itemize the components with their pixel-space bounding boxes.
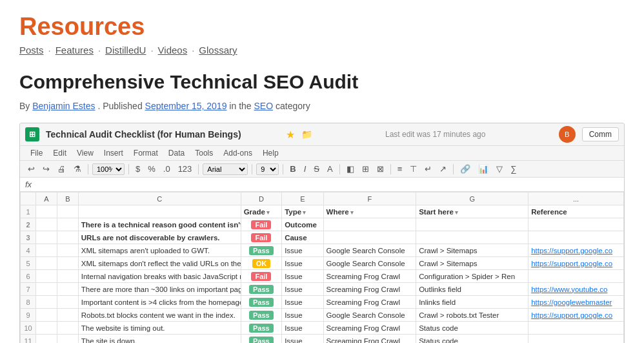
decimal-button[interactable]: .0 — [161, 163, 173, 175]
cell-start-here[interactable] — [416, 231, 528, 244]
cell-start-here[interactable]: Crawl > Sitemaps — [416, 244, 528, 257]
cell-grade[interactable]: Pass — [241, 335, 282, 344]
cell-a[interactable] — [36, 244, 57, 257]
cell-type[interactable]: Issue — [282, 283, 323, 296]
menu-edit[interactable]: Edit — [48, 147, 72, 159]
cell-c[interactable]: There are more than ~300 links on import… — [78, 283, 241, 296]
cell-grade[interactable]: Pass — [241, 244, 282, 257]
cell-c[interactable]: The site is down. — [78, 335, 241, 344]
cell-a[interactable] — [36, 270, 57, 283]
cell-c[interactable]: URLs are not discoverable by crawlers. — [78, 231, 241, 244]
cell-start-here[interactable]: Configuration > Spider > Ren — [416, 270, 528, 283]
date-link[interactable]: September 15, 2019 — [145, 101, 227, 111]
cell-a[interactable] — [36, 296, 57, 309]
align-left-button[interactable]: ≡ — [395, 163, 405, 175]
merge-button[interactable]: ⊠ — [374, 163, 387, 175]
cell-grade[interactable]: Pass — [241, 283, 282, 296]
cell-where[interactable]: Screaming Frog Crawl — [323, 335, 416, 344]
cell-start-here[interactable]: Status code — [416, 335, 528, 344]
link-button[interactable]: 🔗 — [458, 163, 473, 175]
menu-insert[interactable]: Insert — [99, 147, 128, 159]
currency-button[interactable]: $ — [133, 163, 143, 175]
cell-b[interactable] — [57, 218, 78, 231]
font-select[interactable]: Arial — [203, 163, 248, 175]
wrap-button[interactable]: ↵ — [422, 163, 434, 175]
percent-button[interactable]: % — [145, 163, 158, 175]
reference-link[interactable]: https://www.youtube.co — [531, 286, 607, 293]
cell-start-here[interactable]: Crawl > Sitemaps — [416, 257, 528, 270]
cell-a[interactable] — [36, 309, 57, 322]
cell-grade[interactable]: OK — [241, 257, 282, 270]
cell-start-here[interactable]: Inlinks field — [416, 296, 528, 309]
cell-reference[interactable]: https://www.youtube.co — [528, 283, 624, 296]
cell-where[interactable] — [323, 218, 416, 231]
cell-b[interactable] — [57, 205, 78, 218]
cell-a[interactable] — [36, 205, 57, 218]
col-header-cell-start here[interactable]: Start here▾ — [416, 205, 528, 218]
col-c-header[interactable]: C — [78, 192, 241, 205]
cell-start-here[interactable]: Outlinks field — [416, 283, 528, 296]
cell-grade[interactable]: Pass — [241, 296, 282, 309]
menu-data[interactable]: Data — [163, 147, 190, 159]
font-size-select[interactable]: 9 — [256, 163, 279, 175]
menu-view[interactable]: View — [72, 147, 99, 159]
category-link[interactable]: SEO — [254, 101, 273, 111]
rotate-button[interactable]: ↗ — [437, 163, 449, 175]
cell-reference[interactable] — [528, 218, 624, 231]
cell-type[interactable]: Issue — [282, 322, 323, 335]
redo-button[interactable]: ↪ — [40, 163, 52, 175]
cell-where[interactable]: Screaming Frog Crawl — [323, 270, 416, 283]
nav-glossary[interactable]: Glossary — [199, 45, 237, 56]
cell-b[interactable] — [57, 270, 78, 283]
cell-b[interactable] — [57, 296, 78, 309]
cell-c[interactable]: Internal navigation breaks with basic Ja… — [78, 270, 241, 283]
col-f-header[interactable]: F — [323, 192, 416, 205]
comment-button[interactable]: Comm — [582, 127, 619, 141]
cell-b[interactable] — [57, 244, 78, 257]
cell-type[interactable]: Issue — [282, 296, 323, 309]
cell-where[interactable]: Screaming Frog Crawl — [323, 296, 416, 309]
cell-type[interactable]: Cause — [282, 231, 323, 244]
reference-link[interactable]: https://googlewebmaster — [531, 298, 612, 306]
cell-reference[interactable] — [528, 270, 624, 283]
cell-where[interactable] — [323, 231, 416, 244]
cell-grade[interactable]: Pass — [241, 309, 282, 322]
function-button[interactable]: ∑ — [508, 163, 519, 175]
cell-grade[interactable]: Pass — [241, 322, 282, 335]
cell-b[interactable] — [57, 335, 78, 344]
col-ref-header[interactable]: ... — [528, 192, 624, 205]
cell-a[interactable] — [36, 283, 57, 296]
cell-grade[interactable]: Fail — [241, 218, 282, 231]
star-icon[interactable]: ★ — [286, 129, 295, 141]
cell-type[interactable]: Issue — [282, 257, 323, 270]
cell-type[interactable]: Issue — [282, 270, 323, 283]
cell-c[interactable]: Important content is >4 clicks from the … — [78, 296, 241, 309]
cell-grade[interactable]: Fail — [241, 270, 282, 283]
cell-start-here[interactable] — [416, 218, 528, 231]
cell-reference[interactable] — [528, 231, 624, 244]
cell-type[interactable]: Issue — [282, 335, 323, 344]
menu-file[interactable]: File — [25, 147, 48, 159]
col-d-header[interactable]: D — [241, 192, 282, 205]
filter-button[interactable]: ▽ — [494, 163, 505, 175]
cell-reference[interactable]: https://support.google.co — [528, 257, 624, 270]
cell-c[interactable]: There is a technical reason good content… — [78, 218, 241, 231]
cell-grade[interactable]: Fail — [241, 231, 282, 244]
format-more-button[interactable]: 123 — [176, 163, 195, 175]
cell-b[interactable] — [57, 257, 78, 270]
paint-format-button[interactable]: ⚗ — [71, 163, 84, 175]
cell-reference[interactable] — [528, 335, 624, 344]
cell-a[interactable] — [36, 218, 57, 231]
cell-c[interactable]: XML sitemaps aren't uploaded to GWT. — [78, 244, 241, 257]
cell-a[interactable] — [36, 335, 57, 344]
cell-c[interactable]: Robots.txt blocks content we want in the… — [78, 309, 241, 322]
text-color-button[interactable]: A — [325, 163, 336, 175]
italic-button[interactable]: I — [301, 163, 309, 175]
print-button[interactable]: 🖨 — [55, 163, 68, 175]
col-header-cell-where[interactable]: Where▾ — [323, 205, 416, 218]
formula-input[interactable] — [35, 180, 619, 189]
cell-reference[interactable]: https://support.google.co — [528, 309, 624, 322]
zoom-select[interactable]: 100% — [92, 163, 125, 175]
nav-videos[interactable]: Videos — [158, 45, 188, 56]
cell-b[interactable] — [57, 309, 78, 322]
